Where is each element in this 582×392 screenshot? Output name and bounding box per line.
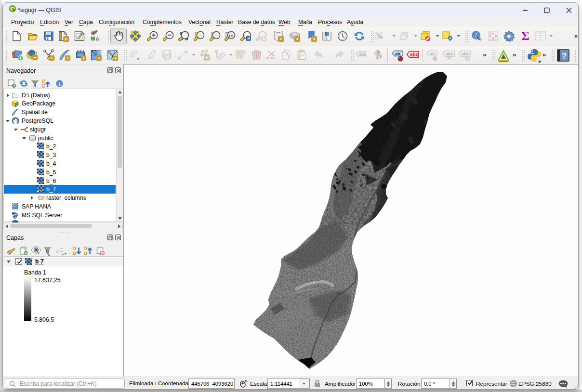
svg-text:a: a — [96, 36, 99, 41]
svg-text:ε: ε — [56, 247, 59, 254]
svg-text:ab: ab — [430, 52, 435, 56]
svg-text:i: i — [475, 32, 477, 39]
svg-text:abc: abc — [462, 52, 469, 56]
svg-text:abc: abc — [410, 52, 419, 57]
svg-text:1:1: 1:1 — [229, 34, 234, 38]
svg-text:abc: abc — [446, 52, 453, 56]
svg-text:ab: ab — [395, 52, 400, 56]
svg-text:abc: abc — [359, 52, 366, 57]
svg-text:?: ? — [562, 52, 567, 61]
